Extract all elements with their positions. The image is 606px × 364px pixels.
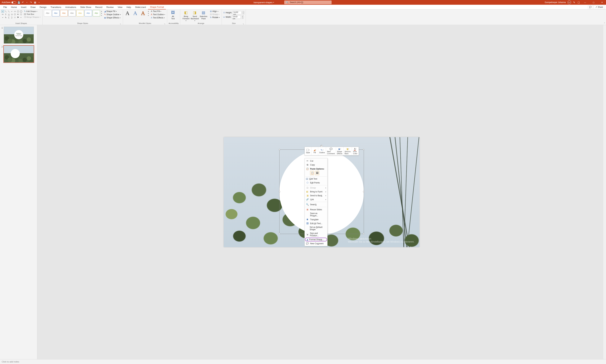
autosave-switch-off[interactable] — [11, 1, 16, 3]
ellipse-shape-icon[interactable]: ◯ — [20, 10, 22, 13]
thumbnail-slide-2[interactable]: 2 — [0, 45, 37, 64]
ctx-new-comment[interactable]: 💬New Comment — [305, 242, 327, 246]
paste-use-destination-theme[interactable]: 📋 — [310, 171, 314, 175]
gallery-more-icon[interactable]: ≡ — [101, 14, 102, 16]
dialog-launcher-icon[interactable]: ↘ — [164, 23, 166, 25]
mini-font-color-button[interactable]: A▾ Font Color — [352, 147, 359, 155]
redo-icon[interactable]: ↷ — [30, 1, 32, 4]
rect-shape-icon[interactable]: ▭ — [14, 10, 16, 13]
document-title[interactable]: transparent-shapes ▾ — [254, 1, 274, 4]
gallery-more-dropdown-icon[interactable]: ▾ — [20, 16, 22, 19]
tab-design[interactable]: Design — [38, 5, 49, 9]
mini-shape-effects-button[interactable]: ◉▾ Shape Effects — [336, 147, 344, 155]
shape-effects-button[interactable]: ◉ Shape Effects ▾ — [103, 16, 121, 19]
brace-shape-icon[interactable]: { — [7, 16, 10, 19]
style-preset[interactable]: Abc — [52, 10, 59, 16]
tab-insert[interactable]: Insert — [19, 5, 28, 9]
shape-fill-button[interactable]: ◢ Shape Fill ▾ — [103, 10, 121, 13]
style-preset[interactable]: Abc — [68, 10, 76, 16]
diamond-shape-icon[interactable]: ◇ — [11, 13, 13, 16]
height-spinner[interactable]: ▴▾ — [242, 11, 244, 14]
more-shape-icon[interactable]: ⬠ — [20, 13, 22, 16]
send-backward-button[interactable]: ◨ Send Backward ▾ — [190, 10, 199, 21]
align-button[interactable]: ⊞ Align ▾ — [209, 10, 220, 13]
mini-new-comment-button[interactable]: 💬 New Comment — [326, 147, 336, 155]
ctx-search[interactable]: 🔍Search — [305, 203, 327, 207]
star-shape-icon[interactable]: ☆ — [14, 16, 16, 19]
qat-dropdown-icon[interactable]: ▾ — [38, 1, 41, 4]
thumbnail-slide-1[interactable]: 1 TROPICALLEAVES TRANSPARENT SHAPES — [0, 26, 37, 45]
style-preset[interactable]: Abc — [60, 10, 68, 16]
dialog-launcher-icon[interactable]: ↘ — [242, 23, 244, 25]
arrow-shape-icon[interactable]: ⇨ — [1, 13, 4, 16]
mini-style-button[interactable]: ▾ Style — [305, 147, 311, 155]
wordart-preset[interactable]: A — [140, 10, 146, 16]
brace-shape-icon[interactable]: } — [11, 16, 13, 19]
tab-view[interactable]: View — [116, 5, 124, 9]
dialog-launcher-icon[interactable]: ↘ — [119, 23, 121, 25]
vertical-scrollbar[interactable] — [603, 25, 606, 359]
bookmark-shape-icon[interactable]: ⚑ — [16, 16, 19, 19]
line-shape-icon[interactable]: ＼ — [7, 10, 10, 13]
height-field[interactable]: ⇕ Height: 14,62 cm ▴▾ — [223, 11, 244, 14]
ctx-bring-front[interactable]: ◧Bring to Front▸ — [305, 190, 327, 194]
callout-shape-icon[interactable]: ✦ — [16, 13, 19, 16]
tab-review[interactable]: Review — [104, 5, 116, 9]
tab-home[interactable]: Home — [9, 5, 19, 9]
autosave-toggle[interactable]: AutoSave — [2, 1, 16, 3]
connector-shape-icon[interactable]: ⌐ — [1, 16, 4, 19]
tab-draw[interactable]: Draw — [28, 5, 38, 9]
collapse-ribbon-icon[interactable]: ⌃ — [604, 22, 605, 25]
ctx-edit-points[interactable]: ⬠Edit Points — [305, 181, 327, 185]
maximize-button[interactable]: ▢ — [590, 0, 597, 5]
style-preset[interactable]: Abc — [44, 10, 51, 16]
ctx-link[interactable]: 🔗Link▸ — [305, 197, 327, 201]
rounded-rect-shape-icon[interactable]: ▢ — [16, 10, 19, 13]
textbox-shape-icon[interactable]: A — [1, 10, 4, 13]
ctx-reuse-slides[interactable]: ⊞Reuse Slides — [305, 208, 327, 211]
text-outline-button[interactable]: A Text Outline ▾ — [150, 13, 166, 16]
ribbon-mode-icon[interactable]: ▢ — [577, 1, 580, 4]
slide-canvas[interactable]: ▾ Style ◢▾ Fill ✎▾ Outline 💬 New Comment… — [224, 137, 419, 247]
edit-shape-button[interactable]: ✎ Edit Shape ▾ — [23, 10, 41, 13]
text-box-button[interactable]: A Text Box — [23, 13, 41, 15]
ctx-save-as-picture[interactable]: Save as Picture... — [305, 211, 327, 218]
tab-file[interactable]: File — [1, 5, 9, 9]
arrow-shape-icon[interactable]: ⇩ — [4, 13, 7, 16]
hexagon-shape-icon[interactable]: ⬡ — [14, 13, 16, 16]
minimize-button[interactable]: — — [582, 0, 588, 5]
width-input[interactable]: 14,62 cm — [232, 15, 241, 19]
ctx-size-position[interactable]: ⇲Size and Position... — [305, 231, 327, 237]
shape-style-gallery[interactable]: Abc Abc Abc Abc Abc Abc Abc ▴▾≡ — [44, 10, 102, 16]
tab-transitions[interactable]: Transitions — [49, 5, 63, 9]
connector-shape-icon[interactable]: ⌐ — [11, 10, 13, 13]
style-gallery-scroll[interactable]: ▴▾≡ — [101, 10, 102, 16]
resize-handle-ne[interactable] — [363, 149, 364, 150]
resize-handle-sw[interactable] — [279, 233, 280, 234]
user-name[interactable]: Gumpelmeyer Johanna — [545, 1, 566, 3]
mini-outline-button[interactable]: ✎▾ Outline — [318, 147, 326, 155]
search-input[interactable]: 🔍 Search (Alt+Q) — [284, 0, 331, 4]
mini-fill-button[interactable]: ◢▾ Fill — [311, 147, 318, 155]
triangle-shape-icon[interactable]: △ — [7, 13, 10, 16]
ctx-edit-text[interactable]: AEdit Text — [305, 177, 327, 181]
tab-record[interactable]: Record — [93, 5, 104, 9]
text-fill-button[interactable]: A Text Fill ▾ — [150, 10, 166, 13]
share-button[interactable]: ↗ Share — [593, 5, 605, 9]
resize-handle-e[interactable] — [363, 191, 364, 192]
width-spinner[interactable]: ▴▾ — [241, 15, 244, 19]
ctx-set-default-shape[interactable]: Set as Default Shape — [305, 225, 327, 231]
line-shape-icon[interactable]: ＼ — [4, 10, 7, 13]
wordart-gallery-scroll[interactable]: ▴▾≡ — [148, 10, 149, 16]
ctx-send-back[interactable]: ◨Send to Back▸ — [305, 194, 327, 197]
tab-slideshow[interactable]: Slide Show — [78, 5, 93, 9]
tab-slidelizard[interactable]: SlideLizard — [133, 5, 148, 9]
undo-icon[interactable]: ↶ — [21, 1, 24, 4]
shapes-gallery[interactable]: A ＼ ＼ ⌐ ▭ ▢ ◯ ⇨ ⇩ △ ◇ ⬡ ✦ ⬠ ⌐ ↳ { } ☆ ⚑ — [1, 10, 22, 19]
alt-text-button[interactable]: 🖼 Alt Text — [169, 10, 177, 20]
ctx-cut[interactable]: ✂Cut — [305, 159, 327, 163]
notes-placeholder[interactable]: Click to add notes — [2, 361, 19, 363]
undo-dropdown-icon[interactable]: ▾ — [26, 1, 28, 4]
gallery-more-icon[interactable]: ≡ — [148, 14, 149, 16]
wordart-preset[interactable]: A — [132, 10, 138, 16]
